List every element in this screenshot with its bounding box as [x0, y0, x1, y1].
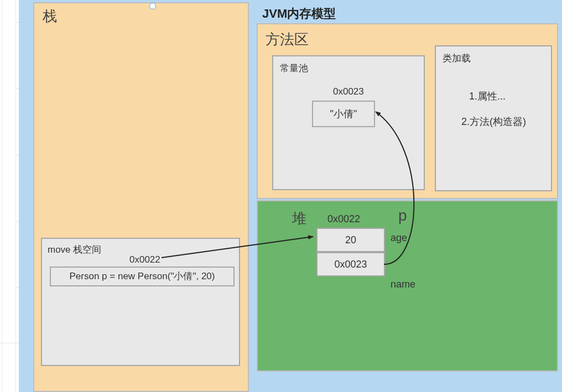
heap-region: 堆 0x0022 p 20 0x0023 age name [257, 200, 558, 372]
stack-frame-address: 0x0022 [129, 254, 160, 265]
method-area-title: 方法区 [266, 30, 309, 49]
stack-frame-code-cell: Person p = new Person("小倩", 20) [50, 266, 235, 286]
constant-pool-region: 常量池 0x0023 "小倩" [272, 55, 425, 190]
constant-pool-address: 0x0023 [333, 86, 364, 97]
selection-handle-icon[interactable] [149, 3, 156, 9]
constant-pool-title: 常量池 [280, 62, 308, 75]
stack-frame-title: move 栈空间 [48, 243, 101, 256]
class-load-region: 类加载 1.属性... 2.方法(构造器) [435, 45, 552, 191]
stack-frame-move: move 栈空间 0x0022 Person p = new Person("小… [41, 238, 240, 366]
left-guide-h [0, 343, 19, 343]
class-load-line2: 2.方法(构造器) [461, 115, 526, 128]
stack-title: 栈 [43, 7, 57, 26]
heap-variable-name: p [398, 207, 407, 224]
left-guide-line-2 [15, 0, 16, 392]
heap-object-age-cell: 20 [316, 228, 385, 252]
heap-object-name-cell: 0x0023 [316, 252, 385, 276]
constant-pool-value-cell: "小倩" [312, 101, 375, 127]
left-guide-line [2, 0, 2, 392]
heap-object-address: 0x0022 [327, 213, 360, 225]
class-load-line1: 1.属性... [469, 90, 506, 103]
heap-object-name-label: name [391, 279, 415, 290]
diagram-title: JVM内存模型 [262, 6, 336, 22]
class-load-title: 类加载 [443, 52, 471, 65]
diagram-canvas: 栈 move 栈空间 0x0022 Person p = new Person(… [19, 0, 562, 392]
heap-title: 堆 [292, 209, 306, 228]
heap-object-age-label: age [391, 232, 407, 244]
